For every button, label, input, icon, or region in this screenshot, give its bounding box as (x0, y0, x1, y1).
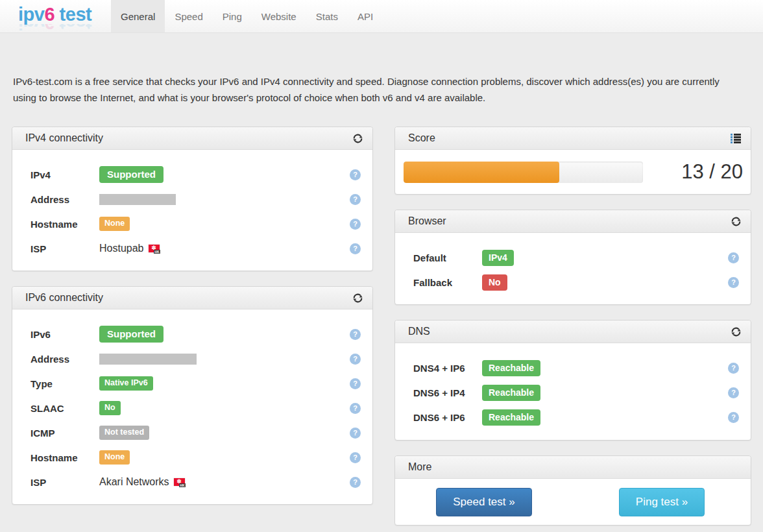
status-badge: Native IPv6 (99, 376, 153, 391)
panel-more-heading: More (395, 456, 751, 479)
more-body: Speed test » Ping test » (395, 479, 751, 525)
help-icon[interactable]: ? (350, 329, 361, 340)
redacted-address (99, 354, 197, 365)
panel-browser-heading: Browser (395, 210, 751, 233)
panel-ipv6-title: IPv6 connectivity (25, 292, 103, 304)
help-icon[interactable]: ? (728, 277, 739, 288)
panel-ipv4-title: IPv4 connectivity (25, 132, 103, 144)
status-badge: Reachable (482, 409, 540, 426)
help-icon[interactable]: ? (728, 387, 739, 398)
row-browser-fallback: Fallback No ? (413, 275, 739, 289)
status-badge: Not tested (99, 426, 149, 440)
status-badge: None (99, 217, 130, 231)
help-icon[interactable]: ? (350, 194, 361, 205)
row-label: Hostname (30, 452, 99, 463)
flag-icon-hk: ✽HK (149, 245, 160, 252)
panel-dns-title: DNS (408, 326, 430, 337)
panel-ipv6-heading: IPv6 connectivity (12, 287, 372, 309)
row-label: DNS6 + IP4 (413, 387, 482, 398)
help-icon[interactable]: ? (350, 243, 361, 254)
row-label: ICMP (30, 428, 99, 439)
panel-browser: Browser Default IPv4 ? Fallback No ? (394, 210, 751, 305)
row-ipv4-status: IPv4 Supported ? (30, 167, 361, 182)
help-icon[interactable]: ? (350, 452, 361, 463)
row-label: Fallback (413, 277, 482, 288)
row-dns6-ip4: DNS6 + IP4 Reachable ? (413, 385, 739, 400)
row-browser-default: Default IPv4 ? (413, 250, 739, 265)
site-logo[interactable]: ipv6 test ipv6 test (0, 0, 111, 32)
help-icon[interactable]: ? (350, 428, 361, 439)
help-icon[interactable]: ? (728, 252, 739, 263)
tab-ping[interactable]: Ping (213, 0, 252, 32)
row-label: Hostname (30, 219, 99, 230)
redacted-address (99, 194, 176, 205)
row-label: IPv4 (30, 169, 99, 180)
help-icon[interactable]: ? (728, 363, 739, 374)
tab-api[interactable]: API (348, 0, 383, 32)
refresh-icon[interactable] (352, 292, 363, 304)
flag-icon-hk: ✽HK (174, 478, 185, 486)
help-icon[interactable]: ? (350, 477, 361, 488)
row-ipv6-status: IPv6 Supported ? (30, 327, 361, 341)
row-ipv6-icmp: ICMP Not tested ? (30, 426, 361, 440)
status-badge: No (482, 274, 507, 291)
tab-general[interactable]: General (111, 0, 165, 32)
row-label: DNS6 + IP6 (413, 412, 482, 423)
panel-score-title: Score (408, 132, 435, 144)
status-badge: No (99, 401, 121, 415)
row-label: Default (413, 252, 482, 263)
help-icon[interactable]: ? (350, 169, 361, 180)
help-icon[interactable]: ? (350, 378, 361, 389)
status-badge: Reachable (482, 385, 540, 401)
row-dns6-ip6: DNS6 + IP6 Reachable ? (413, 410, 739, 424)
row-ipv4-hostname: Hostname None ? (30, 217, 361, 231)
help-icon[interactable]: ? (350, 219, 361, 230)
logo-part-6: 6 (44, 4, 54, 25)
row-label: IPv6 (30, 329, 99, 340)
logo-reflection: ipv6 test (18, 24, 111, 32)
row-label: Type (30, 378, 99, 389)
tab-stats[interactable]: Stats (306, 0, 348, 32)
help-icon[interactable]: ? (350, 403, 361, 414)
speed-test-button[interactable]: Speed test » (436, 488, 531, 516)
status-badge: Supported (99, 166, 164, 183)
row-ipv4-isp: ISP Hostupab ✽HK ? (30, 241, 361, 256)
panel-dns-heading: DNS (395, 320, 751, 343)
row-ipv6-type: Type Native IPv6 ? (30, 376, 361, 391)
ping-test-button[interactable]: Ping test » (619, 488, 705, 516)
refresh-icon[interactable] (730, 326, 742, 337)
score-progress-fill (404, 162, 559, 183)
isp-name: Akari Networks (99, 476, 169, 488)
row-label: Address (30, 194, 99, 205)
panel-score-heading: Score (395, 127, 751, 150)
score-value: 13 / 20 (660, 160, 743, 184)
help-icon[interactable]: ? (728, 412, 739, 423)
tab-website[interactable]: Website (252, 0, 306, 32)
row-ipv6-isp: ISP Akari Networks ✽HK ? (30, 475, 361, 489)
logo-part-test: test (54, 4, 91, 25)
list-icon[interactable] (730, 132, 742, 144)
nav-tabs: General Speed Ping Website Stats API (111, 0, 383, 32)
panel-score: Score 13 / 20 (394, 127, 751, 195)
row-ipv6-hostname: Hostname None ? (30, 450, 361, 465)
panel-ipv4-connectivity: IPv4 connectivity IPv4 Supported ? Addre… (12, 127, 373, 271)
panel-ipv6-connectivity: IPv6 connectivity IPv6 Supported ? Addre… (12, 286, 373, 505)
refresh-icon[interactable] (352, 132, 363, 144)
row-ipv6-slaac: SLAAC No ? (30, 401, 361, 415)
panel-browser-title: Browser (408, 215, 446, 227)
logo-part-ipv: ipv (18, 4, 44, 25)
row-ipv6-address: Address ? (30, 352, 361, 366)
row-label: SLAAC (30, 403, 99, 414)
panel-dns: DNS DNS4 + IP6 Reachable ? DNS6 + IP4 Re… (394, 320, 751, 441)
row-ipv4-address: Address ? (30, 192, 361, 206)
score-progress-track (404, 162, 643, 183)
tab-speed[interactable]: Speed (165, 0, 212, 32)
refresh-icon[interactable] (730, 215, 742, 227)
isp-value: Akari Networks ✽HK (99, 476, 185, 488)
row-label: ISP (30, 477, 99, 488)
row-dns4-ip6: DNS4 + IP6 Reachable ? (413, 361, 739, 375)
help-icon[interactable]: ? (350, 354, 361, 365)
status-badge: IPv4 (482, 250, 514, 266)
isp-value: Hostupab ✽HK (99, 243, 160, 254)
panel-more-title: More (408, 461, 431, 473)
